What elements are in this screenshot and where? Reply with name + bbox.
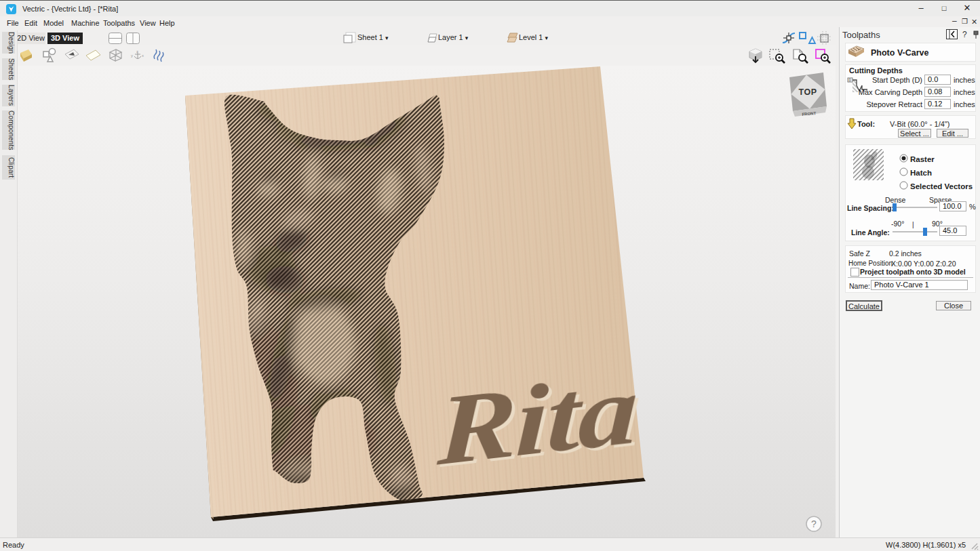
svg-text:TOP: TOP [799, 87, 817, 97]
svg-text:?: ? [962, 30, 967, 39]
svg-text:y: y [131, 54, 133, 58]
svg-text:D: D [848, 78, 851, 82]
svg-text:FRONT: FRONT [802, 111, 816, 117]
svg-text:Rita: Rita [435, 353, 638, 487]
svg-text:x: x [142, 54, 144, 58]
svg-text:?: ? [811, 518, 817, 529]
